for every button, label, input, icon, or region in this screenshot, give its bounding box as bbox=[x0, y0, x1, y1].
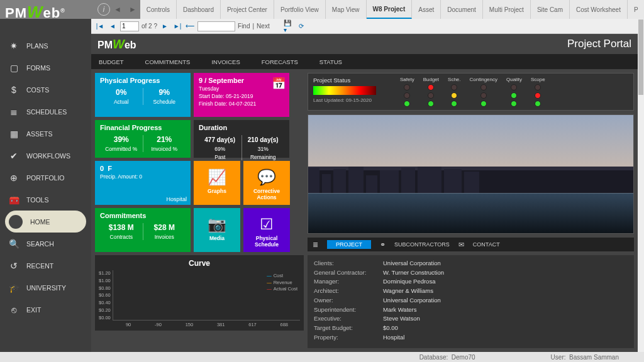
top-tab[interactable]: Dashboard bbox=[177, 0, 221, 19]
page-input[interactable] bbox=[120, 21, 139, 31]
portal-nav-item[interactable]: BUDGET bbox=[99, 58, 124, 65]
status-dot bbox=[480, 84, 487, 90]
portal-title: Project Portal bbox=[567, 38, 631, 50]
first-page-icon[interactable]: |◄ bbox=[95, 21, 105, 31]
sidebar-item[interactable]: HOME bbox=[5, 211, 86, 233]
top-tab[interactable]: Site Cam bbox=[531, 0, 570, 19]
tile-commitments[interactable]: Commitments $138 MContracts $28 MInvoice… bbox=[95, 208, 191, 252]
top-tab[interactable]: Project Center bbox=[221, 0, 274, 19]
sidebar-item[interactable]: ✷PLANS bbox=[0, 35, 91, 57]
nav-icon: ✷ bbox=[9, 41, 19, 51]
top-tab[interactable]: Cost Worksheet bbox=[570, 0, 628, 19]
tile-physical-progress[interactable]: Physical Progress 0%Actual 9%Schedule bbox=[95, 73, 191, 117]
page-of: of 2 ? bbox=[142, 23, 157, 30]
status-dot bbox=[511, 101, 517, 107]
nav-icon: 🧰 bbox=[9, 195, 19, 205]
status-dot bbox=[511, 92, 517, 99]
nav-icon: ↺ bbox=[9, 261, 19, 271]
status-dot bbox=[451, 84, 457, 90]
tab-contact[interactable]: CONTACT bbox=[473, 241, 500, 248]
top-tab[interactable]: Asset bbox=[412, 0, 441, 19]
calendar-icon: 📅 bbox=[272, 77, 286, 90]
list-icon: ≣ bbox=[313, 241, 318, 249]
back-parent-icon[interactable]: ⟵ bbox=[185, 21, 195, 31]
nav-icon: ≣ bbox=[9, 107, 19, 117]
info-row: Target Budget:$0.00 bbox=[314, 324, 628, 333]
tile-financial-progress[interactable]: Financial Progress 39%Committed % 21%Inv… bbox=[95, 120, 191, 158]
curve-chart: Curve $1.20$1.00$0.80$0.60$0.40$0.20$0.0… bbox=[95, 255, 304, 331]
org-icon: ⚭ bbox=[380, 241, 386, 249]
sidebar-item[interactable]: ⊕PORTFOLIO bbox=[0, 167, 91, 189]
info-row: Manager:Dominique Pedrosa bbox=[314, 277, 628, 287]
sidebar-item[interactable]: 🔍SEARCH bbox=[0, 233, 91, 255]
sidebar-item[interactable]: 🎓UNIVERSITY bbox=[0, 277, 91, 299]
refresh-icon[interactable]: ⟳ bbox=[296, 21, 306, 31]
scrollbar[interactable] bbox=[638, 19, 644, 352]
info-tabs: ≣ PROJECT ⚭ SUBCONTRACTORS ✉ CONTACT bbox=[308, 238, 634, 251]
prev-page-icon[interactable]: ◄ bbox=[108, 21, 118, 31]
top-tab[interactable]: Multi Project bbox=[483, 0, 531, 19]
portal-nav-item[interactable]: FORECASTS bbox=[262, 58, 298, 65]
status-dot bbox=[451, 101, 457, 107]
tile-media[interactable]: 📷 Media bbox=[194, 208, 240, 252]
status-dot bbox=[480, 92, 487, 99]
main-area: |◄ ◄ of 2 ? ► ►| ⟵ Find | Next 💾▾ ⟳ PMWe… bbox=[91, 19, 638, 352]
nav-icon: 🔍 bbox=[9, 239, 19, 249]
next-page-icon[interactable]: ► bbox=[160, 21, 170, 31]
sidebar-item[interactable]: ⎋EXIT bbox=[0, 299, 91, 321]
top-tab[interactable]: Controls bbox=[140, 0, 177, 19]
project-status-panel: Project Status Last Updated: 09-15-2020 … bbox=[308, 73, 634, 111]
nav-icon: ✔ bbox=[9, 151, 19, 161]
tile-graphs[interactable]: 📈 Graphs bbox=[194, 161, 240, 205]
status-dot bbox=[480, 101, 487, 107]
status-dot bbox=[511, 84, 517, 90]
report-toolbar: |◄ ◄ of 2 ? ► ►| ⟵ Find | Next 💾▾ ⟳ bbox=[91, 19, 638, 34]
nav-prev-icon[interactable]: ◄ bbox=[114, 5, 121, 14]
kpi-col: Sche. bbox=[448, 77, 460, 107]
info-icon[interactable]: i bbox=[97, 3, 110, 16]
last-page-icon[interactable]: ►| bbox=[172, 21, 182, 31]
tile-duration[interactable]: Duration 477 day(s)69%Past 210 day(s)31%… bbox=[194, 120, 289, 158]
sidebar-item[interactable]: 🧰TOOLS bbox=[0, 189, 91, 211]
sidebar-item[interactable]: ✔WORKFLOWS bbox=[0, 145, 91, 167]
export-icon[interactable]: 💾▾ bbox=[284, 21, 294, 31]
tab-project[interactable]: PROJECT bbox=[327, 240, 371, 249]
kpi-col: Contingency bbox=[470, 77, 497, 107]
kpi-col: Quality bbox=[506, 77, 522, 107]
sidebar-item[interactable]: ▦ASSETS bbox=[0, 123, 91, 145]
tile-date[interactable]: 9 / September Tuesday Start Date: 05-21-… bbox=[194, 73, 289, 117]
top-tab[interactable]: P bbox=[628, 0, 644, 19]
top-tab[interactable]: Document bbox=[441, 0, 483, 19]
tile-physical-schedule[interactable]: ☑ Physical Schedule bbox=[243, 208, 290, 252]
info-row: Superintendent:Mark Waters bbox=[314, 305, 628, 315]
sidebar-item[interactable]: ▢FORMS bbox=[0, 57, 91, 79]
status-dot bbox=[428, 84, 434, 90]
nav-next-icon[interactable]: ► bbox=[129, 5, 136, 14]
portal-logo: PMWeb bbox=[97, 37, 136, 52]
sidebar-item[interactable]: ≣SCHEDULES bbox=[0, 101, 91, 123]
info-row: Owner:Universal Corporation bbox=[314, 296, 628, 305]
tile-corrective-actions[interactable]: 💬 Corrective Actions bbox=[243, 161, 290, 205]
sidebar-item[interactable]: ↺RECENT bbox=[0, 255, 91, 277]
find-label[interactable]: Find bbox=[238, 23, 250, 30]
nav-icon: $ bbox=[9, 85, 19, 95]
kpi-col: Budget bbox=[423, 77, 439, 107]
nav-icon: 🎓 bbox=[9, 283, 19, 293]
status-dot bbox=[428, 92, 434, 99]
top-tab[interactable]: Portfolio View bbox=[274, 0, 326, 19]
next-label[interactable]: Next bbox=[257, 23, 270, 30]
portal-nav-item[interactable]: COMMITMENTS bbox=[145, 58, 191, 65]
portal-nav-item[interactable]: INVOICES bbox=[211, 58, 240, 65]
portal-nav-item[interactable]: STATUS bbox=[319, 58, 342, 65]
tile-weather[interactable]: 0 F Precip. Amount: 0 Hospital bbox=[95, 161, 191, 205]
chat-icon: 💬 bbox=[248, 168, 285, 186]
status-dot bbox=[535, 92, 541, 99]
status-gradient bbox=[313, 86, 376, 95]
top-tab[interactable]: W8 Project bbox=[367, 0, 413, 19]
find-input[interactable] bbox=[197, 21, 235, 31]
chart-icon: 📈 bbox=[199, 168, 235, 186]
project-portal: PMWeb Project Portal BUDGETCOMMITMENTSIN… bbox=[91, 34, 638, 352]
top-tab[interactable]: Map View bbox=[326, 0, 367, 19]
sidebar-item[interactable]: $COSTS bbox=[0, 79, 91, 101]
tab-subcontractors[interactable]: SUBCONTRACTORS bbox=[394, 241, 450, 248]
